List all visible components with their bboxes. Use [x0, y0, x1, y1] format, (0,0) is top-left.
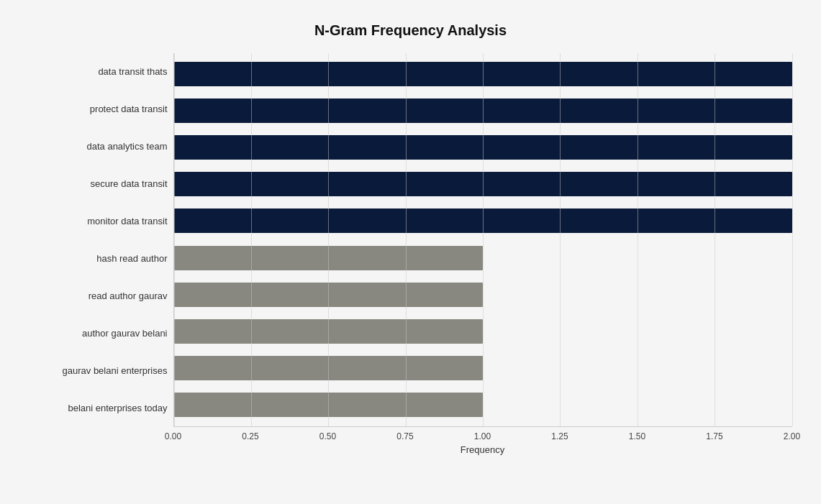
bar-row: [174, 206, 792, 236]
bar-gray: [174, 319, 484, 344]
plot-area: [173, 53, 792, 427]
bar-dark: [174, 98, 792, 123]
y-axis: data transit thatsprotect data transitda…: [30, 53, 173, 427]
chart-area: data transit thatsprotect data transitda…: [30, 53, 792, 427]
y-label: data transit thats: [30, 65, 168, 79]
y-label: hash read author: [30, 252, 168, 266]
bar-dark: [174, 135, 792, 160]
bar-row: [174, 132, 792, 162]
y-label: data analytics team: [30, 139, 168, 154]
x-tick: 0.25: [240, 431, 261, 441]
y-label: protect data transit: [30, 102, 168, 116]
x-tick: 1.50: [627, 431, 648, 441]
bar-gray: [174, 246, 484, 270]
chart-title: N-Gram Frequency Analysis: [30, 22, 792, 39]
x-tick: 1.25: [549, 431, 571, 441]
bar-dark: [174, 62, 792, 86]
x-tick: 1.75: [704, 431, 725, 441]
y-label: secure data transit: [30, 177, 168, 191]
bar-row: [174, 280, 792, 310]
x-tick: 0.50: [317, 431, 339, 441]
bar-row: [174, 169, 792, 199]
bar-dark: [174, 172, 792, 196]
y-label: monitor data transit: [30, 214, 168, 229]
x-tick: 1.00: [472, 431, 494, 441]
bar-row: [174, 390, 792, 420]
x-axis-label: Frequency: [173, 444, 792, 455]
bar-row: [174, 59, 792, 89]
y-label: gaurav belani enterprises: [30, 364, 168, 378]
y-label: author gaurav belani: [30, 326, 168, 341]
chart-container: N-Gram Frequency Analysis data transit t…: [15, 8, 807, 497]
x-tick: 2.00: [781, 431, 803, 441]
bar-gray: [174, 283, 484, 307]
bar-gray: [174, 356, 484, 380]
bar-row: [174, 316, 792, 347]
x-axis: 0.000.250.500.751.001.251.501.752.00: [173, 427, 792, 441]
bar-gray: [174, 393, 484, 417]
bar-dark: [174, 209, 792, 233]
bar-row: [174, 96, 792, 126]
x-tick: 0.00: [163, 431, 184, 441]
y-label: read author gaurav: [30, 289, 168, 303]
bar-row: [174, 243, 792, 273]
x-tick: 0.75: [394, 431, 416, 441]
y-label: belani enterprises today: [30, 401, 168, 416]
bar-row: [174, 353, 792, 383]
grid-line: [792, 53, 793, 426]
